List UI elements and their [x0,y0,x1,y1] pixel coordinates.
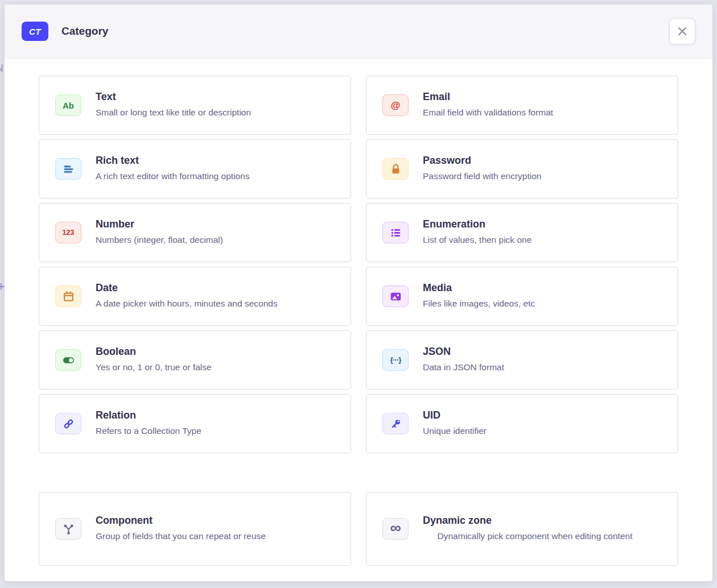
field-title: Rich text [96,155,335,167]
rich-text-lines-icon [62,163,75,176]
field-title: Enumeration [423,218,662,230]
field-title: Boolean [96,346,335,358]
field-title: Email [423,91,662,103]
field-title: Component [96,515,335,527]
field-title: JSON [423,346,662,358]
field-description: Unique identifier [423,424,662,437]
content-type-badge: CT [22,22,48,41]
field-card-relation[interactable]: Relation Refers to a Collection Type [39,394,351,453]
field-description: Dynamically pick component when editing … [423,529,662,543]
field-card-dynamic-zone[interactable]: ∞ Dynamic zone Dynamically pick componen… [366,492,678,566]
json-braces-icon: {···} [382,349,409,371]
rich-text-lines-icon [55,158,81,180]
field-card-date[interactable]: Date A date picker with hours, minutes a… [39,267,351,326]
at-sign-icon: @ [382,94,409,116]
background-text-fragment: N [0,63,3,74]
field-title: Password [423,155,662,167]
calendar-icon [62,290,75,303]
key-icon [382,413,409,434]
field-description: Refers to a Collection Type [96,424,335,437]
field-description: Email field with validations format [423,106,662,119]
field-title: Number [96,218,335,230]
field-card-rich-text[interactable]: Rich text A rich text editor with format… [39,139,351,198]
field-title: Relation [96,409,335,421]
advanced-field-grid: Component Group of fields that you can r… [39,492,678,566]
modal-body: Ab Text Small or long text like title or… [5,59,712,566]
field-description: A rich text editor with formatting optio… [96,169,335,183]
chain-link-icon [55,413,81,434]
lock-icon [382,158,409,180]
key-icon [389,417,402,430]
field-description: Data in JSON format [423,361,662,374]
image-icon [382,285,409,307]
field-title: Media [423,282,662,294]
field-card-email[interactable]: @ Email Email field with validations for… [366,76,678,135]
field-title: Dynamic zone [423,515,662,527]
ab-text-icon: Ab [55,94,81,116]
field-card-boolean[interactable]: Boolean Yes or no, 1 or 0, true or false [39,330,351,390]
field-card-password[interactable]: Password Password field with encryption [366,139,678,198]
toggle-icon [62,354,75,367]
field-description: Numbers (integer, float, decimal) [96,233,335,246]
field-card-number[interactable]: 123 Number Numbers (integer, float, deci… [39,203,351,262]
field-card-json[interactable]: {···} JSON Data in JSON format [366,330,678,390]
field-type-grid: Ab Text Small or long text like title or… [39,76,678,453]
field-card-enumeration[interactable]: Enumeration List of values, then pick on… [366,203,678,262]
field-description: Small or long text like title or descrip… [96,106,335,119]
close-button[interactable] [669,18,695,44]
field-card-media[interactable]: Media Files like images, videos, etc [366,267,678,326]
field-card-uid[interactable]: UID Unique identifier [366,394,678,453]
field-type-modal: CT Category Ab Text Small or long text l… [5,5,712,581]
field-description: Group of fields that you can repeat or r… [96,529,335,543]
field-title: Date [96,282,335,294]
calendar-icon [55,285,81,307]
field-title: Text [96,91,335,103]
field-description: Files like images, videos, etc [423,297,662,310]
modal-header: CT Category [5,5,712,59]
bullet-list-icon [382,222,409,243]
image-icon [389,290,402,303]
branch-icon [55,518,81,540]
infinity-icon: ∞ [382,518,409,540]
close-icon [677,26,688,37]
number-123-icon: 123 [55,222,81,243]
bullet-list-icon [389,226,402,239]
branch-icon [62,523,75,536]
chain-link-icon [62,417,75,430]
lock-icon [389,163,402,176]
field-description: A date picker with hours, minutes and se… [96,297,335,310]
field-description: Password field with encryption [423,169,662,183]
field-description: List of values, then pick one [423,233,662,246]
toggle-icon [55,349,81,371]
modal-title: Category [61,25,108,38]
field-title: UID [423,409,662,421]
field-description: Yes or no, 1 or 0, true or false [96,361,335,374]
field-card-component[interactable]: Component Group of fields that you can r… [39,492,351,566]
field-card-text[interactable]: Ab Text Small or long text like title or… [39,76,351,135]
